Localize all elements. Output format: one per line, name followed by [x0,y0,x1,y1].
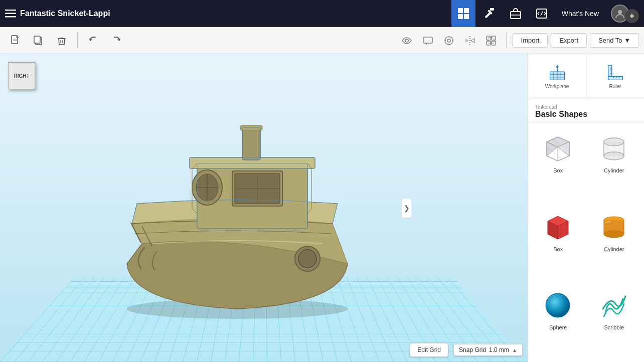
snap-grid-arrow[interactable]: ▲ [512,347,517,353]
nav-build-btn[interactable] [477,0,502,27]
boat-model [87,113,388,324]
svg-point-26 [447,39,450,42]
viewport-bottom-bar: Edit Grid Snap Grid 1.0 mm ▲ [410,343,523,357]
app-title: Fantastic Snicket-Lappi [20,9,110,18]
svg-rect-8 [490,8,494,11]
panel-icons-row: Workplane [528,54,644,99]
svg-rect-5 [458,14,463,19]
viewport-3d[interactable]: RIGHT [0,54,528,362]
shape-cylinder-gray-preview [596,130,631,165]
top-navigation: Fantastic Snicket-Lappi [0,0,644,27]
svg-point-41 [298,250,316,268]
ruler-btn[interactable]: Ruler [586,54,644,99]
nav-code-btn[interactable] [530,0,554,27]
shape-cylinder-orange-label: Cylinder [604,246,624,252]
app-logo: Fantastic Snicket-Lappi [5,8,451,19]
svg-rect-53 [240,125,262,130]
svg-rect-52 [242,127,260,160]
svg-point-14 [618,10,622,14]
svg-rect-19 [34,36,40,43]
shape-box-red-label: Box [553,246,563,252]
nav-3d-editor-btn[interactable] [451,0,475,27]
svg-rect-38 [488,38,494,44]
svg-rect-3 [458,8,463,13]
shape-box-gray-label: Box [553,167,563,173]
svg-marker-32 [465,39,469,43]
shapes-grid: Box [528,122,644,362]
svg-point-89 [546,293,570,317]
svg-rect-2 [5,16,16,18]
new-btn[interactable] [5,30,26,51]
toolbar: Import Export Send To ▼ [0,27,644,54]
section-title: Basic Shapes [535,110,637,119]
workplane-label: Workplane [545,84,569,89]
shape-cylinder-gray[interactable]: Cylinder [588,126,640,201]
delete-btn[interactable] [51,30,72,51]
svg-point-25 [445,37,453,45]
snap-grid-control[interactable]: Snap Grid 1.0 mm ▲ [453,344,523,356]
ruler-icon [606,64,624,82]
svg-rect-34 [487,36,491,40]
shape-scribble-preview [596,287,631,322]
shape-box-red-preview [541,209,576,244]
redo-btn[interactable] [106,30,127,51]
workplane-btn[interactable]: Workplane [528,54,586,99]
svg-point-23 [405,39,408,42]
edit-grid-btn[interactable]: Edit Grid [410,343,448,357]
svg-rect-4 [464,8,469,13]
shape-sphere-blue-label: Sphere [549,324,567,330]
panel-section-header: Tinkercad Basic Shapes [528,99,644,122]
shape-scribble-label: Scribble [604,324,624,330]
svg-rect-1 [5,13,16,14]
toolbar-right: Import Export Send To ▼ [398,32,639,50]
shape-cylinder-orange-preview [596,209,631,244]
nav-icons [451,0,554,27]
shape-cylinder-orange[interactable]: Cylinder [588,205,640,280]
shape-sphere-blue-preview [541,287,576,322]
svg-rect-66 [608,76,622,80]
svg-rect-0 [5,10,16,11]
right-panel: Workplane [528,54,644,362]
svg-rect-24 [423,37,432,43]
mirror-btn[interactable] [461,32,479,50]
snap-grid-label: Snap Grid [459,346,486,353]
separator-1 [77,33,78,49]
svg-line-13 [541,12,543,16]
section-source-label: Tinkercad [535,104,637,110]
cube-label[interactable]: RIGHT [8,62,35,89]
svg-marker-33 [471,39,474,43]
shape-cylinder-gray-label: Cylinder [604,167,624,173]
export-btn[interactable]: Export [551,33,587,48]
duplicate-btn[interactable] [28,30,49,51]
shape-box-gray[interactable]: Box [532,126,584,201]
svg-rect-36 [487,41,491,45]
shape-box-gray-preview [541,130,576,165]
visibility-btn[interactable] [398,32,416,50]
ruler-label: Ruler [609,84,621,89]
main-area: RIGHT [0,54,644,362]
import-btn[interactable]: Import [513,33,548,48]
svg-rect-37 [492,41,496,45]
comment-btn[interactable] [419,32,437,50]
shape-box-red[interactable]: Box [532,205,584,280]
menu-icon[interactable] [5,8,16,19]
svg-rect-6 [464,14,469,19]
snap-grid-value: 1.0 mm [489,346,509,353]
svg-point-88 [604,231,624,238]
panel-collapse-btn[interactable]: ❯ [401,198,411,218]
separator-2 [506,33,507,49]
orientation-cube[interactable]: RIGHT [8,62,35,89]
shape-sphere-blue[interactable]: Sphere [532,283,584,358]
svg-rect-35 [492,36,496,40]
add-user-btn[interactable]: + [625,9,639,23]
align-btn[interactable] [440,32,458,50]
send-btn[interactable]: Send To ▼ [590,33,639,48]
svg-marker-64 [556,65,558,67]
shape-scribble[interactable]: Scribble [588,283,640,358]
nav-projects-btn[interactable] [504,0,528,27]
undo-btn[interactable] [83,30,104,51]
workplane-icon [548,64,566,82]
whats-new-btn[interactable]: What's New [554,0,607,27]
group-btn[interactable] [482,32,500,50]
